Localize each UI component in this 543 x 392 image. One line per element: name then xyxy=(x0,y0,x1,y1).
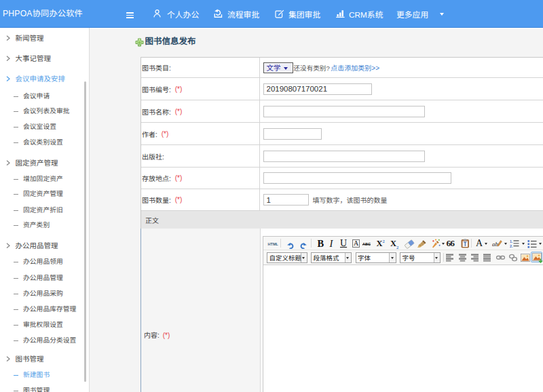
combo-dropdown-button[interactable] xyxy=(389,253,396,263)
sidebar-scrollbar-thumb[interactable] xyxy=(84,81,86,382)
body-section-header: 正文 xyxy=(141,211,543,229)
sidebar-item-office-supplies-purchase[interactable]: 办公用品采购 xyxy=(0,288,84,300)
quantity-input[interactable] xyxy=(263,194,309,205)
unordered-list-icon[interactable] xyxy=(527,239,537,248)
paragraph-format-combo[interactable]: 段落格式 xyxy=(311,252,352,264)
italic-button[interactable]: I xyxy=(330,238,333,250)
dash-icon xyxy=(14,309,19,310)
sidebar-item-fixed-asset-mgmt[interactable]: 固定资产管理 xyxy=(0,188,84,200)
sidebar-item-office-supplies-category[interactable]: 办公用品分类设置 xyxy=(0,334,84,347)
align-right-icon[interactable] xyxy=(471,254,479,262)
editor-toolbar-row1: HTML B I U A ABC X2 X2 xyxy=(263,237,543,251)
sidebar-item-approval-permission-setup[interactable]: 审批权限设置 xyxy=(0,319,84,331)
body-section-label: 正文 xyxy=(145,211,159,229)
field-label: 作者: xyxy=(142,129,157,139)
chevron-right-icon xyxy=(6,243,10,248)
combo-dropdown-button[interactable] xyxy=(345,253,352,263)
book-number-input[interactable] xyxy=(263,83,372,95)
sidebar-item-asset-category[interactable]: 资产类别 xyxy=(0,219,84,231)
font-family-combo[interactable]: 字体 xyxy=(356,252,396,264)
sidebar-item-meeting-category-setup[interactable]: 会议类别设置 xyxy=(0,136,84,149)
sidebar-item-office-supplies-claim[interactable]: 办公用品领用 xyxy=(0,256,84,268)
sidebar-item-news-mgmt[interactable]: 新闻管理 xyxy=(0,32,84,44)
strikethrough-button[interactable]: ABC xyxy=(362,242,371,246)
highlight-color-icon[interactable]: ab xyxy=(492,239,502,248)
form-row-category: 图书类目: 文学 还没有类别? 点击添加类别>> xyxy=(141,58,543,78)
eraser-icon[interactable] xyxy=(404,239,415,250)
sidebar-item-meeting-request[interactable]: 会议申请及安排 xyxy=(0,73,84,85)
chevron-right-icon xyxy=(6,160,10,165)
sidebar-item-events-mgmt[interactable]: 大事记管理 xyxy=(0,52,84,64)
add-category-link[interactable]: 点击添加类别>> xyxy=(331,62,379,73)
paste-icon[interactable] xyxy=(461,239,470,248)
sidebar-item-label: 办公用品库存管理 xyxy=(23,303,76,315)
chevron-right-icon xyxy=(6,356,10,361)
redo-icon[interactable] xyxy=(300,242,307,249)
font-name-button[interactable]: A xyxy=(352,239,360,248)
undo-icon[interactable] xyxy=(287,242,294,249)
unlink-icon[interactable] xyxy=(508,254,518,262)
dropdown-caret-icon[interactable] xyxy=(485,243,487,245)
sidebar-item-add-fixed-asset[interactable]: 增加固定资产 xyxy=(0,173,84,185)
sidebar-item-office-supplies-mgmt[interactable]: 办公用品管理 xyxy=(0,239,84,252)
nav-crm-system[interactable]: CRM系统 xyxy=(336,0,383,27)
location-input[interactable] xyxy=(263,172,451,184)
sidebar-item-office-supplies-mgmt2[interactable]: 办公用品管理 xyxy=(0,272,84,284)
menu-toggle-icon[interactable] xyxy=(126,12,134,20)
heading-style-combo[interactable]: 自定义标题 xyxy=(267,252,307,264)
field-label-cell: 图书名称:(*) xyxy=(142,100,182,122)
svg-text:ab: ab xyxy=(492,241,499,248)
nav-process-approval[interactable]: 流程审批 xyxy=(214,0,259,27)
book-name-input[interactable] xyxy=(263,106,425,117)
nav-label: CRM系统 xyxy=(349,8,383,20)
dash-icon xyxy=(14,179,19,180)
sidebar-item-meeting-apply[interactable]: 会议申请 xyxy=(0,90,84,102)
underline-button[interactable]: U xyxy=(340,238,347,249)
field-label-cell: 存放地点:(*) xyxy=(142,168,182,189)
publisher-input[interactable] xyxy=(263,151,425,162)
html-source-button[interactable]: HTML xyxy=(268,242,279,246)
link-icon[interactable] xyxy=(496,254,505,261)
sidebar-item-meeting-list-approval[interactable]: 会议列表及审批 xyxy=(0,105,84,117)
author-input[interactable] xyxy=(263,128,322,140)
sidebar-item-fixed-asset-depreciation[interactable]: 固定资产折旧 xyxy=(0,204,84,216)
sidebar-item-label: 固定资产折旧 xyxy=(23,204,63,216)
insert-image-button[interactable] xyxy=(531,252,542,263)
align-justify-icon[interactable] xyxy=(483,254,491,262)
dropdown-caret-icon[interactable] xyxy=(522,243,525,245)
image-icon[interactable] xyxy=(521,254,530,262)
format-painter-icon[interactable] xyxy=(431,239,441,248)
sidebar-item-meeting-room-setup[interactable]: 会议室设置 xyxy=(0,121,84,133)
font-color-button[interactable]: A xyxy=(476,238,483,249)
nav-more-apps[interactable]: 更多应用 xyxy=(396,0,444,27)
align-center-icon[interactable] xyxy=(459,254,467,262)
bold-button[interactable]: B xyxy=(318,238,324,250)
menu-bar xyxy=(126,17,134,18)
font-size-combo[interactable]: 字号 xyxy=(400,252,441,264)
sidebar-item-office-supplies-inventory[interactable]: 办公用品库存管理 xyxy=(0,303,84,315)
dropdown-caret-icon[interactable] xyxy=(442,243,445,245)
superscript-button[interactable]: X2 xyxy=(377,239,385,249)
category-select[interactable]: 文学 xyxy=(263,62,293,73)
nav-personal-office[interactable]: 个人办公 xyxy=(153,0,199,27)
ordered-list-icon[interactable]: 1. 2. xyxy=(510,239,519,248)
sidebar-item-fixed-assets-mgmt[interactable]: 固定资产管理 xyxy=(0,157,84,169)
sidebar-item-label: 办公用品管理 xyxy=(23,272,63,284)
dash-icon xyxy=(14,210,19,211)
format-brush-icon[interactable] xyxy=(417,239,427,249)
sidebar-item-book-mgmt2[interactable]: 图书管理 xyxy=(0,385,84,392)
sidebar-item-book-mgmt[interactable]: 图书管理 xyxy=(0,353,84,365)
nav-label: 个人办公 xyxy=(167,8,199,20)
blockquote-button[interactable]: 66 xyxy=(447,238,455,249)
combo-dropdown-button[interactable] xyxy=(434,253,441,263)
dropdown-caret-icon[interactable] xyxy=(504,243,507,245)
subscript-button[interactable]: X2 xyxy=(390,239,398,250)
required-mark: (*) xyxy=(162,130,169,138)
dropdown-caret-icon[interactable] xyxy=(539,243,542,245)
nav-group-approval[interactable]: 集团审批 xyxy=(275,0,320,27)
sidebar-item-label: 会议列表及审批 xyxy=(23,105,70,117)
align-left-icon[interactable] xyxy=(446,254,454,262)
field-label: 出版社: xyxy=(142,151,164,161)
toolbar-separator xyxy=(471,239,472,248)
sidebar-item-new-book[interactable]: 新建图书 xyxy=(0,369,84,381)
